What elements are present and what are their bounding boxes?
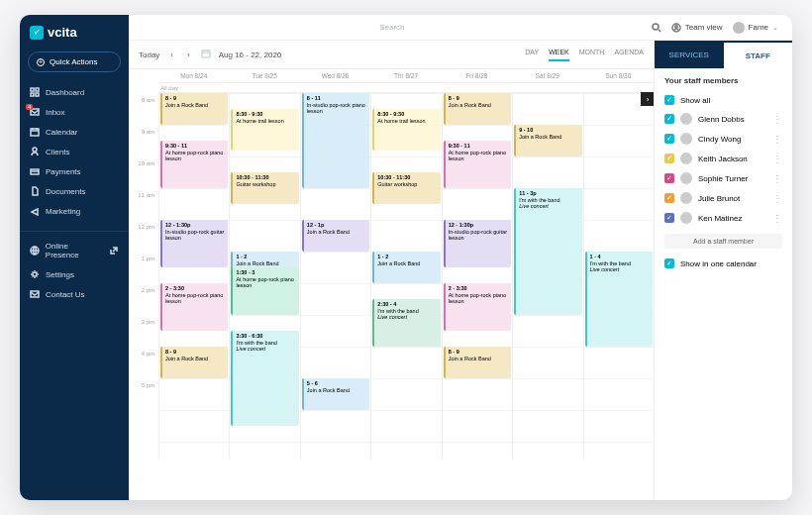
more-icon[interactable]: ⋮ [772,154,782,164]
view-week[interactable]: WEEK [549,49,569,61]
day-column[interactable]: 8:30 - 9:30At home trail lesson10:30 - 1… [370,93,441,460]
staff-name: Glenn Dobbs [698,115,745,124]
view-day[interactable]: DAY [525,49,539,61]
calendar-event[interactable]: 2 - 3:30At home pop-rock piano lesson [160,283,228,331]
dashboard-icon [30,87,40,97]
calendar-event[interactable]: 9:30 - 11At home pop-rock piano lesson [160,141,228,188]
calendar-event[interactable]: 12 - 1:30pIn-studio pop-rock guitar less… [160,220,228,267]
more-icon[interactable]: ⋮ [772,193,782,204]
main: Search Team view Fame⌄ Today ‹ › Aug 16 … [129,15,792,500]
calendar-event[interactable]: 2:30 - 4I'm with the bandLive concert [372,299,440,347]
calendar-event[interactable]: 8 - 9Join a Rock Band [160,347,228,378]
right-content: Your staff members ✓ Show all ✓Glenn Dob… [655,68,792,500]
calendar-event[interactable]: 10:30 - 11:30Guitar workshop [372,172,440,204]
nav-label: Marketing [46,207,80,216]
nav-marketing[interactable]: Marketing [20,201,129,221]
day-column[interactable]: 8:30 - 9:30At home trail lesson10:30 - 1… [229,93,299,460]
scroll-right-button[interactable]: › [641,92,654,106]
show-all-row[interactable]: ✓ Show all [664,91,782,109]
day-column[interactable]: 8 - 11In-studio pop-rock piano lesson12 … [300,93,370,460]
calendar-event[interactable]: 9 - 10Join a Rock Band [514,125,581,156]
calendar-event[interactable]: 3:30 - 6:30I'm with the bandLive concert [231,331,298,426]
staff-row[interactable]: ✓Cindy Wong⋮ [664,129,782,149]
staff-row[interactable]: ✓Ken Matinez⋮ [664,208,782,228]
staff-row[interactable]: ✓Glenn Dobbs⋮ [664,109,782,129]
nav-online-presence[interactable]: Online Presence [20,231,129,264]
nav-label: Payments [46,167,81,176]
week-grid[interactable]: 8 - 9Join a Rock Band9:30 - 11At home po… [158,93,654,460]
next-week-button[interactable]: › [184,51,193,59]
calendar-event[interactable]: 11 - 3pI'm with the bandLive concert [514,188,581,315]
nav-settings[interactable]: Settings [20,264,129,284]
staff-row[interactable]: ✓Sophie Turner⋮ [664,168,782,188]
today-button[interactable]: Today [139,51,159,59]
calendar-event[interactable]: 2 - 3:30At home pop-rock piano lesson [444,283,511,331]
nav-label: Online Presence [46,242,103,259]
hour-label: 9 am [129,126,154,157]
day-column[interactable]: 1 - 4I'm with the bandLive concert [583,93,654,460]
nav-clients[interactable]: Clients [20,142,129,161]
nav-inbox[interactable]: 4Inbox [20,102,129,122]
checkbox-icon: ✓ [664,114,674,124]
nav-documents[interactable]: Documents [20,181,129,201]
calendar-event[interactable]: 9:30 - 11At home pop-rock piano lesson [444,141,511,188]
tab-services[interactable]: SERVICES [655,41,724,68]
staff-name: Sophie Turner [698,174,748,183]
calendar-event[interactable]: 8 - 9Join a Rock Band [444,347,511,378]
staff-name: Cindy Wong [698,135,741,144]
nav-payments[interactable]: Payments [20,161,129,181]
search-icon[interactable] [652,19,661,37]
staff-avatar [680,172,692,184]
all-day-row: All day [158,83,654,93]
day-header: Tue 8/25 [229,69,299,83]
view-month[interactable]: MONTH [579,49,605,61]
checkbox-icon: ✓ [664,173,674,183]
add-staff-button[interactable]: Add a staff member [664,234,782,249]
documents-icon [30,186,40,196]
calendar-event[interactable]: 1 - 2Join a Rock Band [372,252,440,283]
more-icon[interactable]: ⋮ [772,213,782,224]
day-header: Sat 8/29 [512,69,582,83]
logo-text: vcita [48,25,77,40]
calendar-event[interactable]: 8 - 11In-studio pop-rock piano lesson [302,93,369,188]
day-column[interactable]: 8 - 9Join a Rock Band9:30 - 11At home po… [442,93,512,460]
checkbox-icon: ✓ [664,134,674,144]
nav-contact-us[interactable]: Contact Us [20,284,129,304]
more-icon[interactable]: ⋮ [772,114,782,125]
calendar-event[interactable]: 8 - 9Join a Rock Band [444,93,511,125]
nav-calendar[interactable]: Calendar [20,122,129,142]
staff-row[interactable]: ✓Keith Jackson⋮ [664,149,782,168]
nav-label: Contact Us [46,290,85,299]
team-view-toggle[interactable]: Team view [671,23,723,33]
calendar-event[interactable]: 1:30 - 3At home pop-rock piano lesson [231,267,298,315]
tab-staff[interactable]: STAFF [724,41,793,68]
calendar-picker-icon[interactable] [201,49,211,60]
day-column[interactable]: 8 - 9Join a Rock Band9:30 - 11At home po… [158,93,229,460]
calendar-event[interactable]: 5 - 6Join a Rock Band [302,378,369,410]
day-column[interactable]: 9 - 10Join a Rock Band11 - 3pI'm with th… [512,93,582,460]
quick-actions-button[interactable]: + Quick Actions [28,52,121,72]
more-icon[interactable]: ⋮ [772,134,782,145]
calendar-event[interactable]: 12 - 1pJoin a Rock Band [302,220,369,252]
show-in-one-row[interactable]: ✓ Show in one calendar [664,255,782,272]
prev-week-button[interactable]: ‹ [167,51,176,59]
nav-dashboard[interactable]: Dashboard [20,82,129,102]
staff-row[interactable]: ✓Julie Brunot⋮ [664,188,782,208]
more-icon[interactable]: ⋮ [772,173,782,184]
user-menu[interactable]: Fame⌄ [733,22,778,34]
search-input[interactable]: Search [143,23,642,32]
staff-title: Your staff members [664,76,782,85]
calendar-event[interactable]: 8:30 - 9:30At home trail lesson [231,109,298,151]
day-header: Fri 8/28 [442,69,512,83]
day-header-row: Mon 8/24Tue 8/25Wed 8/26Thr 8/27Fri 8/28… [158,69,654,83]
svg-rect-2 [31,93,34,96]
hour-label: 3 pm [129,316,154,348]
view-agenda[interactable]: AGENDA [614,49,644,61]
calendar-event[interactable]: 10:30 - 11:30Guitar workshop [231,172,298,204]
calendar-event[interactable]: 12 - 1:30pIn-studio pop-rock guitar less… [444,220,511,267]
calendar-event[interactable]: 8:30 - 9:30At home trail lesson [372,109,440,151]
calendar-event[interactable]: 8 - 9Join a Rock Band [160,93,228,125]
calendar-event[interactable]: 1 - 4I'm with the bandLive concert [585,252,653,347]
calendar-toolbar: Today ‹ › Aug 16 - 22, 2020 DAY WEEK MON… [129,41,654,68]
day-header: Thr 8/27 [370,69,441,83]
